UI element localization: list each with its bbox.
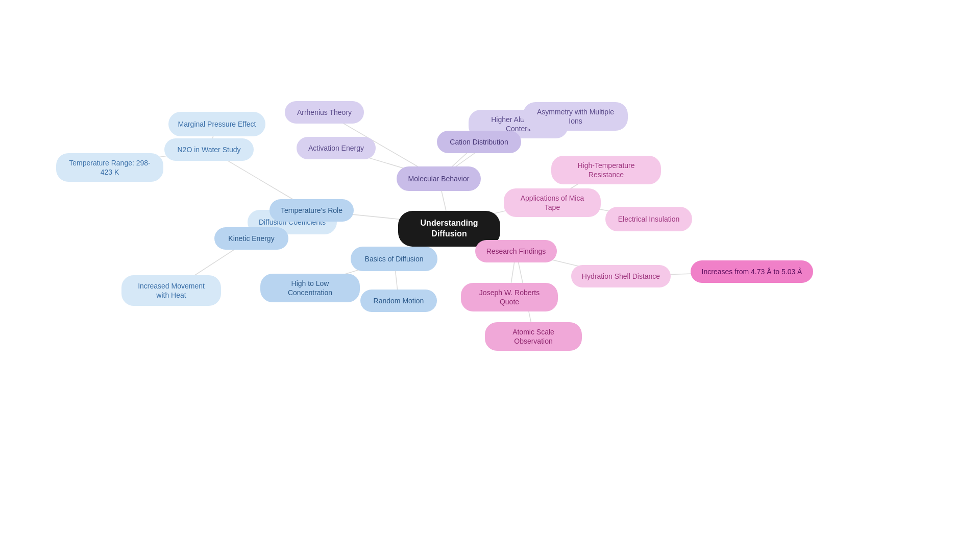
high-temp-resistance-node[interactable]: High-Temperature Resistance [551, 156, 661, 184]
molecular-behavior-node[interactable]: Molecular Behavior [397, 166, 481, 191]
cation-distribution-node[interactable]: Cation Distribution [437, 131, 521, 153]
n2o-water-node[interactable]: N2O in Water Study [164, 138, 254, 161]
electrical-insulation-node[interactable]: Electrical Insulation [605, 207, 692, 231]
hydration-shell-node[interactable]: Hydration Shell Distance [571, 265, 671, 287]
random-motion-node[interactable]: Random Motion [360, 290, 437, 312]
atomic-observation-node[interactable]: Atomic Scale Observation [485, 322, 582, 351]
high-low-concentration-node[interactable]: High to Low Concentration [260, 274, 360, 302]
marginal-pressure-node[interactable]: Marginal Pressure Effect [168, 112, 265, 136]
kinetic-energy-node[interactable]: Kinetic Energy [214, 227, 288, 250]
increases-distance-node[interactable]: Increases from 4.73 Å to 5.03 Å [691, 260, 813, 283]
arrhenius-theory-node[interactable]: Arrhenius Theory [285, 101, 364, 124]
mind-map: Understanding DiffusionMarginal Pressure… [0, 0, 980, 553]
asymmetry-multiple-node[interactable]: Asymmetry with Multiple Ions [523, 102, 628, 131]
temp-range-node[interactable]: Temperature Range: 298-423 K [56, 153, 163, 182]
research-findings-node[interactable]: Research Findings [475, 240, 557, 262]
temperatures-role-node[interactable]: Temperature's Role [270, 199, 354, 222]
applications-mica-node[interactable]: Applications of Mica Tape [504, 188, 601, 217]
increased-movement-node[interactable]: Increased Movement with Heat [121, 275, 221, 306]
basics-diffusion-node[interactable]: Basics of Diffusion [351, 247, 437, 271]
joseph-quote-node[interactable]: Joseph W. Roberts Quote [461, 283, 558, 311]
activation-energy-node[interactable]: Activation Energy [297, 137, 376, 159]
